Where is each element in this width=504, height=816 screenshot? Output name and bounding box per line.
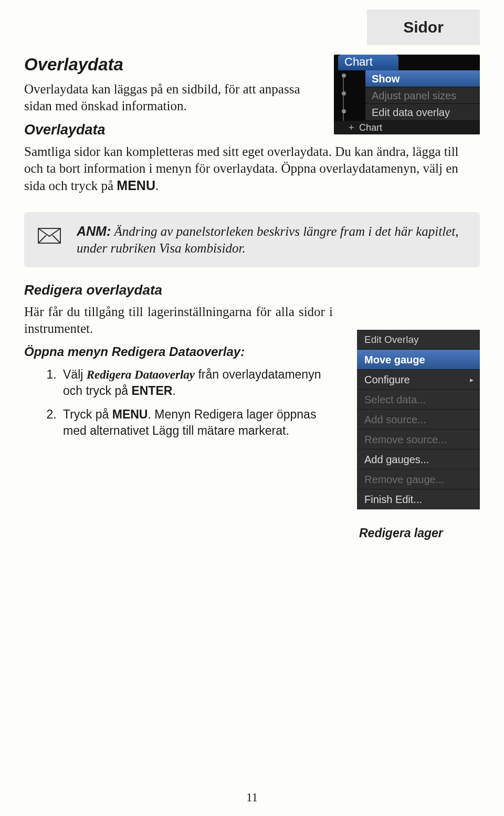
menu-item-select-data[interactable]: Select data... — [357, 390, 480, 410]
menu-item-edit-overlay[interactable]: Edit data overlay — [365, 104, 480, 121]
overlay-menu-screenshot: Chart Show Adjust panel sizes Edit data … — [334, 55, 480, 134]
chart-tab: Chart — [338, 55, 398, 70]
menu-item-adjust[interactable]: Adjust panel sizes — [365, 87, 480, 104]
subheading-open-menu: Öppna menyn Redigera Dataoverlay: — [24, 344, 333, 359]
para-redigera: Här får du tillgång till lagerinställnin… — [24, 304, 333, 337]
note-label: ANM: — [77, 224, 111, 238]
menu-item-finish-edit[interactable]: Finish Edit... — [357, 489, 480, 509]
menu-item-remove-source[interactable]: Remove source... — [357, 430, 480, 449]
bullet-icon — [342, 109, 346, 113]
heading-overlaydata: Overlaydata — [24, 55, 321, 75]
step-2: Tryck på MENU. Menyn Redigera lager öppn… — [60, 406, 333, 439]
caption-redigera-lager: Redigera lager — [357, 526, 480, 540]
menu-item-add-source[interactable]: Add source... — [357, 410, 480, 430]
note-box: ANM: Ändring av panelstorleken beskrivs … — [24, 212, 480, 267]
chart-row: + Chart — [334, 121, 480, 134]
subheading-overlaydata: Overlaydata — [24, 122, 321, 138]
heading-redigera: Redigera overlaydata — [24, 282, 480, 298]
edit-menu-screenshot: Edit Overlay Move gauge Configure Select… — [357, 330, 480, 509]
bullet-icon — [342, 91, 346, 96]
menu-item-move-gauge[interactable]: Move gauge — [357, 350, 480, 370]
envelope-icon — [38, 228, 61, 244]
menu-item-configure[interactable]: Configure — [357, 370, 480, 390]
bullet-icon — [342, 74, 346, 78]
note-text: Ändring av panelstorleken beskrivs längr… — [77, 224, 458, 255]
section-tab: Sidor — [367, 9, 480, 45]
menu-item-show[interactable]: Show — [365, 70, 480, 87]
plus-icon: + — [349, 121, 354, 134]
para-intro: Overlaydata kan läggas på en sidbild, fö… — [24, 81, 321, 114]
menu-title-edit-overlay: Edit Overlay — [357, 330, 480, 350]
page-number: 11 — [0, 791, 504, 804]
para-body: Samtliga sidor kan kompletteras med sitt… — [24, 143, 480, 194]
menu-item-add-gauges[interactable]: Add gauges... — [357, 449, 480, 469]
steps-list: Välj Redigera Dataoverlay från overlayda… — [24, 367, 333, 439]
menu-keyword: MENU — [117, 178, 155, 193]
menu-item-remove-gauge[interactable]: Remove gauge... — [357, 469, 480, 489]
step-1: Välj Redigera Dataoverlay från overlayda… — [60, 367, 333, 399]
